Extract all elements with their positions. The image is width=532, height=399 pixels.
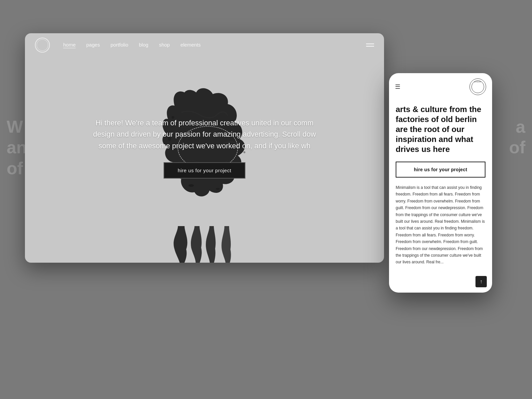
desktop-hero: Hi there! We're a team of professional c… <box>25 33 384 263</box>
nav-link-pages[interactable]: pages <box>86 42 100 48</box>
mobile-hamburger-icon[interactable]: ☰ <box>395 83 400 90</box>
nav-link-blog[interactable]: blog <box>139 42 148 48</box>
desktop-mockup: home pages portfolio blog shop elements <box>25 33 384 263</box>
desktop-nav-links: home pages portfolio blog shop elements <box>63 42 366 48</box>
nav-item-home[interactable]: home <box>63 42 76 48</box>
mobile-headline: arts & culture from the factories of old… <box>396 104 485 154</box>
desktop-logo <box>35 38 50 53</box>
nav-link-home[interactable]: home <box>63 42 76 48</box>
svg-point-4 <box>189 184 194 187</box>
desktop-hero-section: Hi there! We're a team of professional c… <box>80 117 329 178</box>
desktop-logo-circle <box>37 39 48 51</box>
mobile-body-text: Minimalism is a tool that can assist you… <box>396 184 485 266</box>
nav-link-elements[interactable]: elements <box>181 42 201 48</box>
mobile-logo-text: SHARP <box>474 81 481 83</box>
mobile-cta-button[interactable]: hire us for your project <box>396 162 485 178</box>
desktop-nav: home pages portfolio blog shop elements <box>25 33 384 57</box>
mobile-content: arts & culture from the factories of old… <box>389 98 492 291</box>
nav-item-portfolio[interactable]: portfolio <box>110 42 128 48</box>
nav-link-shop[interactable]: shop <box>159 42 170 48</box>
mobile-logo: SHARP <box>469 78 486 95</box>
nav-item-blog[interactable]: blog <box>139 42 148 48</box>
mobile-mockup: ☰ SHARP arts & culture from the factorie… <box>389 73 492 293</box>
nav-item-pages[interactable]: pages <box>86 42 100 48</box>
mobile-nav: ☰ SHARP <box>389 73 492 98</box>
nav-item-shop[interactable]: shop <box>159 42 170 48</box>
svg-point-5 <box>216 188 220 190</box>
nav-link-portfolio[interactable]: portfolio <box>110 42 128 48</box>
desktop-hero-paragraph: Hi there! We're a team of professional c… <box>90 117 319 151</box>
hamburger-icon[interactable] <box>366 44 374 47</box>
desktop-cta-button[interactable]: hire us for your project <box>164 162 245 179</box>
ink-drip <box>151 226 258 263</box>
nav-item-elements[interactable]: elements <box>181 42 201 48</box>
scroll-to-top-button[interactable]: ↑ <box>475 276 487 287</box>
